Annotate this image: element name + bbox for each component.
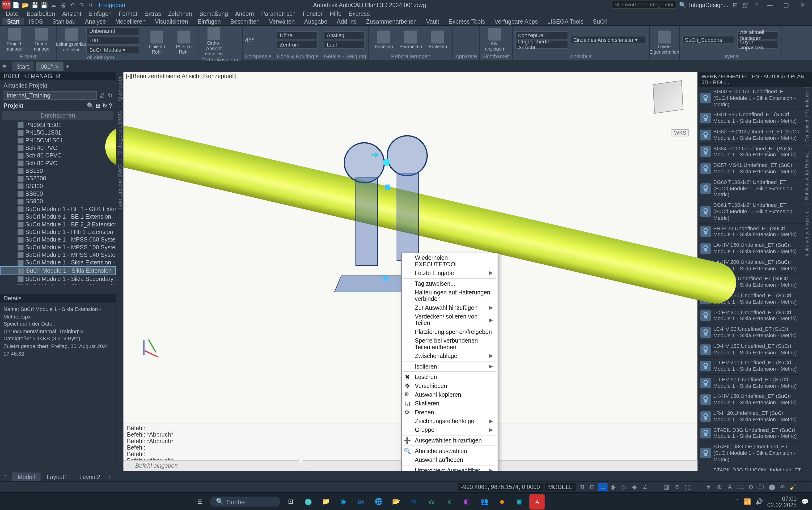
ribbon-combo[interactable]: Konzeptuell (515, 31, 568, 39)
tree-item[interactable]: SS300 (0, 182, 116, 190)
viewport-label[interactable]: [-][Benutzerdefinierte Ansicht][Konzeptu… (126, 73, 236, 79)
tb-store-icon[interactable]: 🛍 (353, 494, 369, 509)
ribbon-button[interactable]: Daten-manager (29, 28, 54, 52)
context-menu-item[interactable]: ⎘Auswahl kopieren (402, 390, 498, 399)
palette-item[interactable]: STABIL D3G mE,Undefined_ET (SuCri Module… (698, 442, 804, 465)
palette-item[interactable]: STABIL D3G,SILICON,Undefined_ET (SuCri M… (698, 465, 804, 471)
context-menu-item[interactable]: ➕Ausgewähltes hinzufügen (402, 436, 498, 445)
ribbon-button[interactable]: Ortho-Ansichterstellen (202, 27, 226, 56)
context-menu-item[interactable]: Zwischenablage▶ (402, 351, 498, 360)
ribbon-field[interactable]: Layer anpassen (737, 40, 778, 49)
context-menu-item[interactable]: Verdecken/Isolieren von Teilen▶ (402, 312, 498, 328)
status-workspace-icon[interactable]: ⚙ (746, 483, 756, 491)
ribbon-tab-einfügen[interactable]: Einfügen (193, 18, 225, 25)
tray-volume-icon[interactable]: 🔊 (756, 499, 763, 505)
refresh-icon[interactable]: ↻ (108, 92, 112, 99)
layout-tab[interactable]: Layout2 (74, 472, 106, 481)
layout-menu-icon[interactable]: ≡ (3, 473, 10, 480)
qat-send-icon[interactable]: ✈ (87, 0, 95, 9)
qat-print-icon[interactable]: 🖨 (59, 0, 67, 9)
status-custom-icon[interactable]: ≡ (799, 483, 809, 491)
filetab-menu-icon[interactable]: ≡ (2, 63, 9, 70)
ribbon-tab-express-tools[interactable]: Express Tools (444, 18, 490, 25)
tree-item[interactable]: Sch 80 PVC (0, 159, 116, 167)
tree-item[interactable]: PN09SP1S01 (0, 121, 116, 129)
tree-item[interactable]: SS600 (0, 190, 116, 197)
tb-chrome-icon[interactable]: 🌐 (371, 494, 386, 509)
tray-chevron-icon[interactable]: ˄ (736, 499, 739, 505)
ribbon-tab-visualisieren[interactable]: Visualisieren (150, 18, 193, 25)
ucs-icon[interactable] (135, 336, 164, 365)
palette-item[interactable]: FR-H 20,Undefined_ET (SuCri Module 1 - S… (698, 224, 804, 240)
status-filter-icon[interactable]: ▼ (704, 483, 713, 491)
palette-item[interactable]: STABIL D3G,Undefined_ET (SuCri Module 1 … (698, 425, 804, 442)
ribbon-combo[interactable]: Unbenannt (86, 27, 139, 35)
status-clean-icon[interactable]: 🧹 (788, 483, 798, 491)
qat-undo-icon[interactable]: ↶ (68, 0, 77, 9)
ribbon-tab-analyse[interactable]: Analyse (80, 18, 111, 25)
status-lwt-icon[interactable]: ≡ (651, 483, 661, 491)
pm-tool-icon[interactable]: 🔍 (87, 102, 94, 109)
context-menu-item[interactable]: Halterungen auf Halterungen verbinden (402, 288, 498, 303)
ribbon-field[interactable]: Als aktuell festlegen (737, 31, 778, 39)
cart-icon[interactable]: 🛒 (742, 0, 750, 9)
qat-open-icon[interactable]: 📂 (21, 0, 30, 9)
tb-explorer-icon[interactable]: 📁 (318, 494, 334, 509)
status-gizmo-icon[interactable]: ⊕ (715, 483, 724, 491)
palette-item[interactable]: BG50 F100-1/2",Undefined_ET (SuCri Modul… (698, 87, 804, 110)
context-menu-item[interactable]: Gruppe▶ (402, 425, 498, 434)
ribbon-field[interactable]: Lauf (324, 40, 365, 49)
palette-item[interactable]: LD-HV 200,Undefined_ET (SuCri Module 1 -… (698, 358, 804, 375)
viewport-vtab[interactable]: Orthogonale DWG (116, 106, 123, 159)
palette-item[interactable]: BG57 MS41,Undefined_ET (SuCri Module 1 -… (698, 161, 804, 177)
context-menu-item[interactable]: Zeichnungsreihenfolge▶ (402, 417, 498, 425)
menu-datei[interactable]: Datei (2, 10, 23, 17)
tb-word-icon[interactable]: W (424, 494, 439, 509)
status-ortho-icon[interactable]: ⊥ (598, 483, 608, 491)
tree-item[interactable]: SS900 (0, 197, 116, 205)
menu-bemaßung[interactable]: Bemaßung (196, 10, 232, 17)
tb-app-icon[interactable]: ⬤ (300, 494, 316, 509)
menu-einfügen[interactable]: Einfügen (85, 10, 115, 17)
filetab-add-icon[interactable]: + (66, 63, 73, 70)
help-icon[interactable]: ? (752, 0, 760, 9)
tree-item[interactable]: SuCri Module 1 - Sikla siMetrix - Metric (0, 283, 116, 284)
apps-icon[interactable]: ⊞ (731, 0, 739, 9)
ribbon-combo[interactable]: SuCri Module ▾ (86, 46, 139, 54)
context-menu-item[interactable]: Auswahl aufheben (402, 455, 498, 464)
start-button[interactable]: ⊞ (192, 494, 208, 509)
layout-tab[interactable]: Modell (12, 472, 41, 481)
context-menu-item[interactable]: Letzte Eingabe▶ (402, 269, 498, 277)
qat-saveas-icon[interactable]: 💾 (40, 0, 48, 9)
ribbon-tab-lisega-tools[interactable]: LISEGA Tools (543, 18, 588, 25)
tray-network-icon[interactable]: 📶 (744, 499, 751, 505)
ribbon-button[interactable]: Linie zuRohr (144, 31, 169, 55)
palette-item[interactable]: LK-HV 150,Undefined_ET (SuCri Module 1 -… (698, 392, 804, 408)
status-3dosnap-icon[interactable]: ◈ (630, 483, 639, 491)
tb-excel-icon[interactable]: X (441, 494, 457, 509)
context-menu-item[interactable]: Sperre bei verbundenen Teilen aufheben (402, 336, 498, 351)
taskbar-search[interactable]: 🔍 Suche (210, 497, 281, 507)
ribbon-button[interactable]: PCF zuRohr (172, 31, 196, 55)
context-menu-item[interactable]: ⟳Drehen (402, 408, 498, 417)
menu-format[interactable]: Format (115, 10, 141, 17)
close-button[interactable]: ✕ (795, 0, 810, 9)
tree-item[interactable]: SuCri Module 1 - MPSS 100 Systemteile (0, 243, 116, 251)
status-scale-icon[interactable]: 1:1 (735, 483, 745, 491)
ribbon-tab-verfügbare-apps[interactable]: Verfügbare Apps (490, 18, 543, 25)
tree-item[interactable]: Sch 80 CPVC (0, 151, 116, 159)
ribbon-field[interactable]: Höhe (277, 31, 318, 39)
pm-tool-icon[interactable]: ↻ (102, 102, 107, 109)
grip-arrow-icon[interactable]: ➜ (370, 148, 379, 161)
grip-square[interactable] (385, 185, 390, 190)
taskbar-time[interactable]: 07:00 (767, 495, 797, 502)
status-osnap-icon[interactable]: ◇ (619, 483, 629, 491)
context-menu-item[interactable]: Isolieren▶ (402, 362, 498, 371)
tb-app3-icon[interactable]: ◆ (494, 494, 510, 509)
status-hw-icon[interactable]: ⬤ (767, 483, 777, 491)
project-tree[interactable]: PN09SP1S01PN15CL1S01PN15CM1S01Sch 40 PVC… (0, 121, 116, 285)
menu-extras[interactable]: Extras (141, 10, 165, 17)
tree-item[interactable]: SuCri Module 1 - MPSS 060 Systemteile (0, 236, 116, 243)
ribbon-tab-start[interactable]: Start (2, 18, 24, 25)
tree-item[interactable]: SuCri Module 1 - Sikla Secondary Steel (0, 275, 116, 283)
